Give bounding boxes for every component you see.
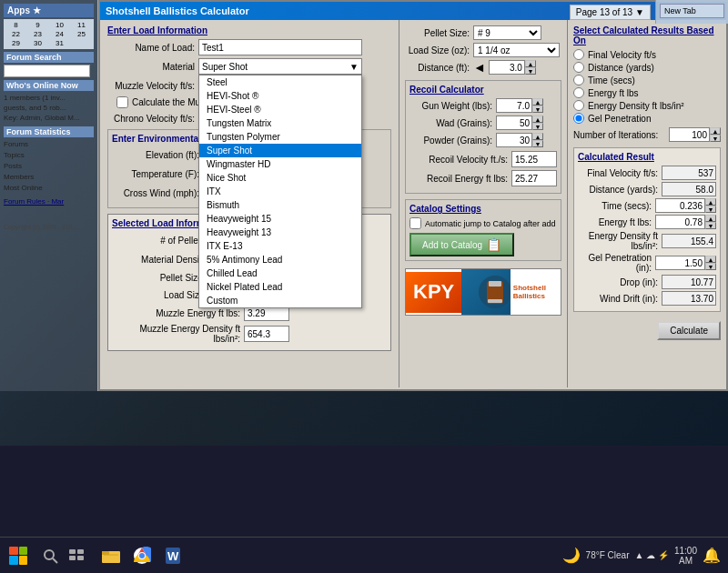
recoil-velocity-input[interactable]	[511, 151, 557, 167]
wind-drift-result-input[interactable]	[662, 291, 716, 306]
dropdown-item-wingmaster[interactable]: Wingmaster HD	[199, 157, 361, 171]
dropdown-item-heavyweight15[interactable]: Heavyweight 15	[199, 212, 361, 226]
taskbar-word[interactable]: W	[158, 538, 187, 573]
dropdown-item-hevishot[interactable]: HEVI-Shot ®	[199, 89, 361, 103]
final-velocity-result-input[interactable]	[662, 166, 716, 180]
distance-input[interactable]	[489, 60, 525, 75]
distance-spin: ▲ ▼	[489, 60, 536, 75]
distance-result-input[interactable]	[662, 182, 716, 196]
forum-rules-link[interactable]: Forum Rules · Mar	[4, 197, 94, 206]
result-options: Final Velocity ft/s Distance (yards) Tim…	[573, 49, 721, 124]
moon-icon[interactable]: 🌙	[562, 547, 581, 564]
load-size-select[interactable]: 1 1/4 oz	[473, 43, 560, 57]
new-tab-button[interactable]: New Tab	[660, 4, 724, 18]
tab-panel: New Tab	[655, 0, 728, 24]
energy-spinbuttons: ▲ ▼	[705, 215, 716, 229]
gun-weight-input[interactable]	[496, 98, 532, 113]
word-icon: W	[164, 547, 182, 565]
iterations-up[interactable]: ▲	[710, 127, 721, 135]
name-of-load-input[interactable]	[198, 39, 362, 55]
time-result-input[interactable]	[655, 198, 705, 213]
gel-penetration-down[interactable]: ▼	[705, 263, 716, 270]
powder-down[interactable]: ▼	[532, 140, 543, 147]
gel-penetration-radio[interactable]	[573, 113, 584, 124]
search-button[interactable]	[36, 548, 64, 564]
taskbar-chrome[interactable]	[127, 538, 157, 573]
wad-down[interactable]: ▼	[532, 123, 543, 130]
forum-search-input[interactable]	[4, 65, 90, 77]
energy-radio[interactable]	[573, 87, 584, 98]
dropdown-item-custom[interactable]: Custom	[199, 294, 361, 307]
forum-search-title: Forum Search	[4, 52, 94, 63]
dropdown-arrow-icon[interactable]: ▼	[349, 62, 359, 72]
dropdown-item-itx[interactable]: ITX	[199, 185, 361, 198]
powder-up[interactable]: ▲	[532, 133, 543, 140]
iterations-down[interactable]: ▼	[710, 135, 721, 142]
dropdown-item-chilled[interactable]: Chilled Lead	[199, 266, 361, 280]
gun-weight-up[interactable]: ▲	[532, 98, 543, 106]
distance-radio[interactable]	[573, 62, 584, 73]
dropdown-item-hevisteel[interactable]: HEVI-Steel ®	[199, 103, 361, 116]
task-view-icon	[69, 549, 86, 562]
muzzle-energy-density-input[interactable]	[244, 326, 289, 342]
energy-option: Energy ft lbs	[573, 87, 721, 98]
dropdown-item-heavyweight13[interactable]: Heavyweight 13	[199, 226, 361, 239]
time-up[interactable]: ▲	[705, 198, 716, 206]
energy-result-input[interactable]	[655, 215, 705, 229]
dropdown-item-nickel[interactable]: Nickel Plated Lead	[199, 280, 361, 294]
dropdown-item-tungsten-polymer[interactable]: Tungsten Polymer	[199, 130, 361, 144]
energy-down[interactable]: ▼	[705, 222, 716, 229]
task-view-button[interactable]	[64, 549, 91, 562]
add-catalog-button[interactable]: Add to Catalog 📋	[410, 233, 514, 256]
enter-load-title: Enter Load Information	[107, 25, 391, 35]
iterations-label: Number of Iterations:	[573, 130, 669, 140]
dropdown-item-antimony[interactable]: 5% Antimony Lead	[199, 253, 361, 266]
energy-density-option: Energy Density ft lbs/in²	[573, 100, 721, 111]
powder-spinbuttons: ▲ ▼	[532, 133, 543, 147]
calculate-button[interactable]: Calculate	[657, 321, 721, 340]
gel-penetration-option: Gel Penetration	[573, 113, 721, 124]
search-icon	[42, 548, 58, 564]
recoil-velocity-row: Recoil Velocity ft./s:	[410, 151, 557, 167]
gel-penetration-result-row: Gel Penetration (in): ▲ ▼	[578, 253, 716, 273]
time-down[interactable]: ▼	[705, 206, 716, 213]
material-dropdown[interactable]: Steel HEVI-Shot ® HEVI-Steel ® Tungsten …	[198, 75, 362, 308]
system-icons[interactable]: ▲ ☁ ⚡	[635, 550, 669, 560]
drop-result-input[interactable]	[662, 275, 716, 289]
wad-input[interactable]	[496, 116, 532, 130]
dropdown-item-niceshot[interactable]: Nice Shot	[199, 171, 361, 185]
start-button[interactable]	[0, 538, 36, 574]
calculate-mv-checkbox[interactable]	[116, 96, 128, 108]
dropdown-item-supershot[interactable]: Super Shot	[199, 144, 361, 157]
gel-penetration-input[interactable]	[655, 256, 705, 270]
final-velocity-radio[interactable]	[573, 49, 584, 60]
material-select[interactable]: Super Shot ▼	[198, 58, 362, 75]
distance-row: Distance (ft): ◄ ▲ ▼	[405, 60, 561, 75]
dropdown-item-itxe13[interactable]: ITX E-13	[199, 239, 361, 253]
energy-density-result-input[interactable]	[662, 234, 716, 248]
energy-up[interactable]: ▲	[705, 215, 716, 222]
dropdown-item-tungsten-matrix[interactable]: Tungsten Matrix	[199, 116, 361, 130]
auto-jump-checkbox[interactable]	[410, 217, 421, 229]
gun-weight-row: Gun Weight (lbs): ▲ ▼	[410, 98, 557, 113]
taskbar-file-explorer[interactable]	[96, 538, 126, 573]
wad-up[interactable]: ▲	[532, 116, 543, 123]
gel-penetration-spin: ▲ ▼	[655, 256, 716, 270]
gel-penetration-up[interactable]: ▲	[705, 256, 716, 263]
pellet-size-select[interactable]: # 9	[473, 25, 541, 40]
page-next-arrow[interactable]: ▼	[635, 7, 644, 17]
iterations-input[interactable]	[669, 127, 710, 142]
dropdown-item-steel[interactable]: Steel	[199, 75, 361, 89]
recoil-energy-input[interactable]	[511, 170, 557, 186]
gun-weight-down[interactable]: ▼	[532, 106, 543, 113]
mini-calendar: 891011 22232425 293031	[4, 19, 94, 49]
energy-density-radio[interactable]	[573, 100, 584, 111]
powder-input[interactable]	[496, 133, 532, 147]
notification-icon[interactable]: 🔔	[703, 547, 721, 564]
distance-down[interactable]: ▼	[525, 67, 536, 75]
svg-line-5	[53, 558, 57, 563]
time-radio[interactable]	[573, 75, 584, 85]
distance-option-label: Distance (yards)	[588, 63, 654, 73]
distance-up[interactable]: ▲	[525, 60, 536, 67]
dropdown-item-bismuth[interactable]: Bismuth	[199, 198, 361, 212]
